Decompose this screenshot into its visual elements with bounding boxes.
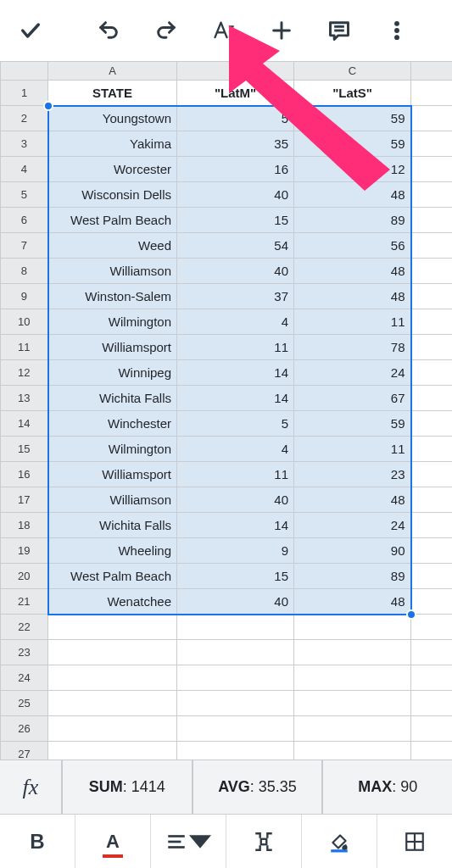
row-header[interactable]: 8 (1, 259, 48, 284)
cell-latm[interactable]: 11 (177, 335, 294, 360)
cell[interactable] (48, 615, 177, 640)
col-header-C[interactable]: C (294, 62, 411, 81)
row-header[interactable]: 21 (1, 589, 48, 615)
spreadsheet-grid[interactable]: A B C 1STATE"LatM""LatS"2Youngstown5593Y… (0, 61, 452, 767)
selection-handle-bottom[interactable] (406, 609, 416, 620)
col-header-B[interactable]: B (177, 62, 294, 81)
row-header[interactable]: 24 (1, 665, 48, 691)
cell-state[interactable]: Winnipeg (48, 360, 177, 386)
cell[interactable] (48, 691, 177, 716)
col-header-A[interactable]: A (48, 62, 177, 81)
col-header-D[interactable] (411, 62, 453, 81)
row-header[interactable]: 6 (1, 208, 48, 233)
header-state[interactable]: STATE (48, 81, 177, 106)
cell-lats[interactable]: 59 (294, 106, 411, 131)
cell-lats[interactable]: 23 (294, 462, 411, 487)
row-header[interactable]: 20 (1, 564, 48, 589)
row-header[interactable]: 9 (1, 284, 48, 309)
cell-latm[interactable]: 14 (177, 386, 294, 411)
cell[interactable] (411, 411, 453, 437)
cell-state[interactable]: Youngstown (48, 106, 177, 131)
cell-latm[interactable]: 35 (177, 131, 294, 157)
cell-latm[interactable]: 4 (177, 437, 294, 462)
text-color-button[interactable]: A (75, 815, 151, 868)
cell-latm[interactable]: 14 (177, 513, 294, 538)
cell[interactable] (411, 106, 453, 131)
cell-latm[interactable]: 40 (177, 487, 294, 513)
cell-latm[interactable]: 54 (177, 233, 294, 259)
cell[interactable] (411, 487, 453, 513)
cell[interactable] (177, 691, 294, 716)
cell-state[interactable]: Williamson (48, 259, 177, 284)
header-latm[interactable]: "LatM" (177, 81, 294, 106)
cell[interactable] (411, 81, 453, 106)
row-header[interactable]: 17 (1, 487, 48, 513)
cell-lats[interactable]: 11 (294, 437, 411, 462)
cell[interactable] (411, 615, 453, 640)
row-header[interactable]: 18 (1, 513, 48, 538)
insert-button[interactable] (261, 10, 302, 51)
comment-button[interactable] (319, 10, 360, 51)
stats-max[interactable]: MAX: 90 (323, 760, 452, 814)
cell-latm[interactable]: 5 (177, 411, 294, 437)
cell-latm[interactable]: 40 (177, 259, 294, 284)
header-lats[interactable]: "LatS" (294, 81, 411, 106)
row-header[interactable]: 26 (1, 716, 48, 742)
cell[interactable] (294, 665, 411, 691)
cell-lats[interactable]: 78 (294, 335, 411, 360)
cell-lats[interactable]: 90 (294, 538, 411, 564)
stats-avg[interactable]: AVG: 35.35 (193, 760, 324, 814)
cell[interactable] (411, 665, 453, 691)
cell-state[interactable]: Wenatchee (48, 589, 177, 615)
cell-lats[interactable]: 59 (294, 411, 411, 437)
stats-sum[interactable]: SUM: 1414 (63, 760, 193, 814)
cell-latm[interactable]: 15 (177, 564, 294, 589)
cell-lats[interactable]: 48 (294, 259, 411, 284)
more-menu-button[interactable] (377, 10, 417, 51)
cell[interactable] (177, 615, 294, 640)
cell-state[interactable]: Wilmington (48, 309, 177, 335)
cell-lats[interactable]: 67 (294, 386, 411, 411)
cell[interactable] (411, 640, 453, 665)
cell-state[interactable]: Wichita Falls (48, 513, 177, 538)
cell[interactable] (411, 360, 453, 386)
corner-cell[interactable] (1, 62, 48, 81)
cell-state[interactable]: Winston-Salem (48, 284, 177, 309)
cell-state[interactable]: Wisconsin Dells (48, 182, 177, 208)
text-format-button[interactable] (204, 10, 244, 51)
cell[interactable] (294, 615, 411, 640)
borders-button[interactable] (377, 815, 452, 868)
row-header[interactable]: 12 (1, 360, 48, 386)
row-header[interactable]: 3 (1, 131, 48, 157)
row-header[interactable]: 23 (1, 640, 48, 665)
cell-state[interactable]: Wichita Falls (48, 386, 177, 411)
align-button[interactable] (151, 815, 226, 868)
cell[interactable] (411, 691, 453, 716)
cell[interactable] (411, 259, 453, 284)
cell-lats[interactable]: 48 (294, 487, 411, 513)
cell-state[interactable]: Yakima (48, 131, 177, 157)
selection-handle-top[interactable] (43, 101, 53, 111)
cell[interactable] (177, 640, 294, 665)
cell[interactable] (48, 665, 177, 691)
row-header[interactable]: 19 (1, 538, 48, 564)
cell-latm[interactable]: 40 (177, 182, 294, 208)
cell-latm[interactable]: 11 (177, 462, 294, 487)
cell[interactable] (411, 564, 453, 589)
cell-latm[interactable]: 14 (177, 360, 294, 386)
cell-state[interactable]: Worcester (48, 157, 177, 182)
cell-lats[interactable]: 24 (294, 513, 411, 538)
bold-button[interactable]: B (0, 815, 75, 868)
cell[interactable] (411, 538, 453, 564)
cell-state[interactable]: West Palm Beach (48, 208, 177, 233)
cell[interactable] (411, 182, 453, 208)
row-header[interactable]: 16 (1, 462, 48, 487)
cell[interactable] (411, 386, 453, 411)
cell[interactable] (411, 208, 453, 233)
cell-lats[interactable]: 24 (294, 360, 411, 386)
redo-button[interactable] (146, 10, 187, 51)
cell-latm[interactable]: 5 (177, 106, 294, 131)
cell[interactable] (177, 665, 294, 691)
cell-lats[interactable]: 12 (294, 157, 411, 182)
cell[interactable] (411, 131, 453, 157)
